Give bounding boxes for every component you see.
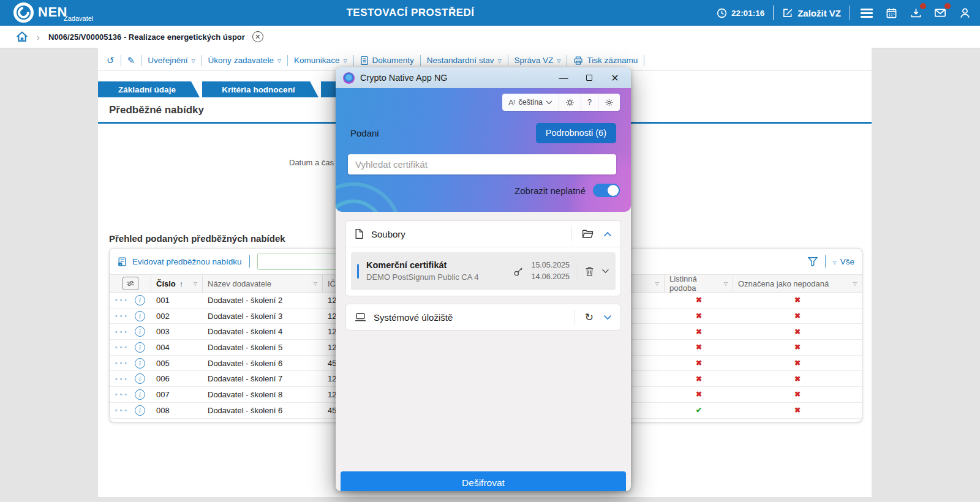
- row-actions-cell: ∘∘∘i: [110, 387, 151, 402]
- row-menu-icon[interactable]: ∘∘∘: [115, 360, 129, 366]
- column-settings-button[interactable]: [110, 275, 151, 292]
- help-button[interactable]: ?: [581, 94, 598, 111]
- divider: [571, 227, 572, 241]
- logo-text[interactable]: NEN: [38, 4, 67, 20]
- breadcrumb-item[interactable]: N006/25/V00005136 - Realizace energetick…: [48, 32, 245, 42]
- reload-icon[interactable]: ↻: [585, 312, 594, 323]
- certificate-name: Komerční certifikát: [366, 260, 479, 272]
- info-icon[interactable]: i: [135, 342, 145, 353]
- collapse-icon[interactable]: [603, 231, 612, 237]
- pencil-icon: ✎: [127, 56, 135, 65]
- calendar-button[interactable]: [883, 5, 899, 21]
- info-icon[interactable]: i: [135, 405, 145, 416]
- filter-all-button[interactable]: ▽ Vše: [833, 257, 854, 266]
- trash-icon[interactable]: [585, 266, 594, 277]
- nepodana-cell: ✖: [733, 356, 862, 371]
- tab-kriteria-hodnoceni[interactable]: Kritéria hodnocení: [202, 81, 318, 97]
- person-icon: [959, 7, 971, 19]
- create-vz-button[interactable]: Založit VZ: [782, 7, 841, 18]
- info-icon[interactable]: i: [135, 373, 145, 384]
- environment-title: TESTOVACÍ PROSTŘEDÍ: [294, 7, 527, 19]
- add-offer-button[interactable]: Evidovat předběžnou nabídku: [117, 257, 242, 267]
- info-icon[interactable]: i: [135, 326, 145, 337]
- row-actions-cell: ∘∘∘i: [110, 293, 151, 308]
- language-selector[interactable]: Aᵗ čeština: [502, 94, 559, 111]
- row-menu-icon[interactable]: ∘∘∘: [115, 391, 129, 397]
- menu-uverejneni[interactable]: Uveřejnění▽: [148, 56, 195, 65]
- cross-icon: ✖: [738, 406, 857, 414]
- decrypt-button[interactable]: Dešifrovat: [341, 471, 626, 491]
- column-header-cislo[interactable]: Číslo ↑ ▽: [151, 275, 203, 292]
- storage-header[interactable]: Systémové úložiště ↻: [346, 304, 620, 330]
- cross-icon: ✖: [738, 312, 857, 320]
- crypto-dialog: Crypto Native App NG — ✕ Aᵗ čeština ?: [336, 67, 631, 491]
- files-header[interactable]: Soubory: [346, 221, 620, 247]
- row-menu-icon[interactable]: ∘∘∘: [115, 344, 129, 350]
- page-title: Předběžné nabídky: [109, 104, 204, 116]
- filter-icon[interactable]: ▽: [194, 281, 197, 287]
- dialog-titlebar[interactable]: Crypto Native App NG — ✕: [336, 67, 631, 88]
- show-invalid-toggle[interactable]: [593, 184, 620, 197]
- nepodana-cell: ✖: [733, 309, 862, 324]
- listinna-cell: ✖: [665, 387, 733, 402]
- expand-icon[interactable]: [601, 269, 609, 274]
- minimize-button[interactable]: —: [559, 73, 568, 83]
- refresh-icon: ↺: [107, 56, 115, 65]
- menu-komunikace[interactable]: Komunikace▽: [294, 56, 347, 65]
- nazev-cell: Dodavatel - školení 6: [203, 403, 323, 418]
- settings-button[interactable]: [598, 94, 620, 111]
- certificate-search-input[interactable]: [348, 154, 616, 174]
- open-folder-icon[interactable]: [582, 229, 594, 239]
- info-icon[interactable]: i: [135, 358, 145, 369]
- filter-icon[interactable]: ▽: [853, 281, 857, 287]
- info-icon[interactable]: i: [135, 389, 145, 400]
- close-tab-icon[interactable]: ✕: [252, 31, 263, 42]
- row-menu-icon[interactable]: ∘∘∘: [115, 376, 129, 382]
- column-header-nazev[interactable]: Název dodavatele▽: [203, 275, 323, 292]
- row-actions-cell: ∘∘∘i: [110, 371, 151, 386]
- listinna-cell: ✖: [665, 371, 733, 386]
- cislo-cell: 001: [151, 293, 203, 308]
- menu-sprava-vz[interactable]: Správa VZ▽: [514, 56, 561, 65]
- selection-accent: [357, 264, 359, 279]
- messages-button[interactable]: [932, 5, 948, 21]
- info-icon[interactable]: i: [135, 295, 145, 305]
- edit-button[interactable]: ✎: [127, 56, 135, 65]
- tab-zakladni-udaje[interactable]: Základní údaje: [98, 81, 200, 97]
- filter-icon[interactable]: ▽: [314, 281, 317, 287]
- row-menu-icon[interactable]: ∘∘∘: [115, 329, 129, 335]
- datetime-label: Datum a čas: [289, 158, 336, 167]
- info-icon[interactable]: i: [135, 311, 145, 321]
- row-menu-icon[interactable]: ∘∘∘: [115, 407, 129, 413]
- menu-dokumenty[interactable]: Dokumenty: [360, 56, 414, 66]
- nen-logo-icon[interactable]: [13, 2, 34, 23]
- column-header-nepodana[interactable]: Označena jako nepodaná▽: [733, 275, 862, 292]
- home-icon[interactable]: [16, 31, 28, 43]
- menu-nestandardni-stav[interactable]: Nestandardní stav▽: [427, 56, 502, 65]
- certificate-item[interactable]: Komerční certifikát DEMO PostSignum Publ…: [351, 252, 616, 290]
- nazev-cell: Dodavatel - školení 5: [203, 340, 323, 355]
- print-record-button[interactable]: Tisk záznamu: [573, 56, 638, 66]
- cross-icon: ✖: [669, 296, 728, 304]
- row-actions-cell: ∘∘∘i: [110, 340, 151, 355]
- maximize-button[interactable]: [584, 73, 594, 83]
- profile-button[interactable]: [957, 5, 973, 21]
- downloads-button[interactable]: [908, 5, 924, 21]
- details-button[interactable]: Podrobnosti (6): [536, 123, 616, 143]
- close-button[interactable]: ✕: [610, 73, 620, 83]
- filter-icon[interactable]: ▽: [655, 281, 659, 287]
- clock-value: 22:01:16: [731, 9, 764, 18]
- row-menu-icon[interactable]: ∘∘∘: [115, 313, 129, 319]
- clock-icon: [717, 8, 727, 18]
- expand-icon[interactable]: [603, 315, 612, 320]
- menu-ukony-zadavatele[interactable]: Úkony zadavatele▽: [208, 56, 281, 65]
- refresh-button[interactable]: ↺: [107, 56, 115, 65]
- filter-funnel-icon[interactable]: [808, 257, 818, 266]
- sort-asc-icon: ↑: [179, 279, 184, 288]
- theme-button[interactable]: [559, 94, 581, 111]
- row-menu-icon[interactable]: ∘∘∘: [115, 297, 129, 303]
- filter-icon[interactable]: ▽: [724, 281, 728, 287]
- column-header-listinna[interactable]: Listinná podoba▽: [665, 275, 733, 292]
- menu-button[interactable]: [859, 5, 875, 21]
- nazev-cell: Dodavatel - školení 7: [203, 371, 323, 386]
